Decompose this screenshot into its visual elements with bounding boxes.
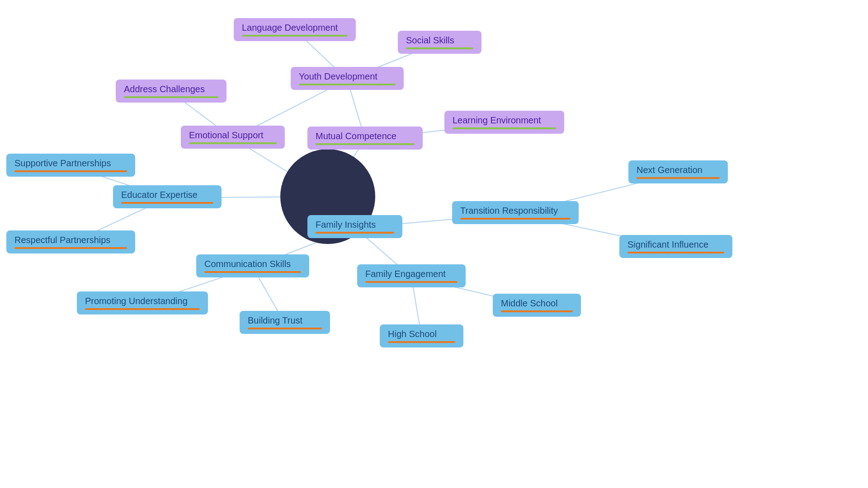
learning-environment-label: Learning Environment [453,115,541,126]
learning-environment-node: Learning Environment [444,111,564,134]
promoting-understanding-label: Promoting Understanding [85,296,188,306]
language-development-label: Language Development [242,23,338,33]
high-school-node: High School [380,324,463,347]
educator-expertise-label: Educator Expertise [121,190,198,200]
middle-school-label: Middle School [501,298,558,309]
significant-influence-label: Significant Influence [627,239,708,250]
language-development-node: Language Development [234,18,356,41]
family-insights-label: Family Insights [316,220,376,230]
promoting-understanding-node: Promoting Understanding [77,291,208,314]
communication-skills-node: Communication Skills [196,254,309,277]
middle-school-node: Middle School [493,294,581,317]
transition-responsibility-node: Transition Responsibility [452,201,579,224]
educator-expertise-node: Educator Expertise [113,185,222,208]
significant-influence-node: Significant Influence [619,235,732,258]
respectful-partnerships-label: Respectful Partnerships [14,235,110,245]
respectful-partnerships-node: Respectful Partnerships [6,230,135,253]
mutual-competence-label: Mutual Competence [316,131,396,141]
supportive-partnerships-node: Supportive Partnerships [6,154,135,177]
supportive-partnerships-label: Supportive Partnerships [14,158,111,169]
address-challenges-node: Address Challenges [116,80,226,103]
youth-development-node: Youth Development [291,67,404,90]
transition-responsibility-label: Transition Responsibility [460,206,558,216]
family-insights-node: Family Insights [307,215,402,238]
address-challenges-label: Address Challenges [124,84,205,94]
family-engagement-label: Family Engagement [365,269,446,279]
social-skills-node: Social Skills [398,31,481,54]
next-generation-label: Next Generation [637,165,703,175]
communication-skills-label: Communication Skills [204,259,291,269]
family-engagement-node: Family Engagement [357,264,466,287]
building-trust-node: Building Trust [240,311,330,334]
high-school-label: High School [388,329,437,339]
building-trust-label: Building Trust [248,315,302,326]
emotional-support-label: Emotional Support [189,130,264,141]
emotional-support-node: Emotional Support [181,126,285,149]
next-generation-node: Next Generation [628,160,728,183]
youth-development-label: Youth Development [299,71,377,82]
mutual-competence-node: Mutual Competence [307,127,423,150]
social-skills-label: Social Skills [406,35,454,46]
